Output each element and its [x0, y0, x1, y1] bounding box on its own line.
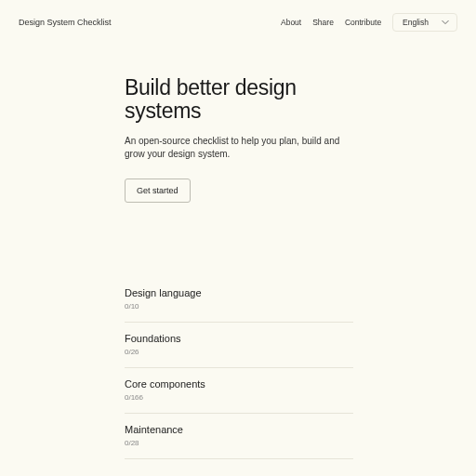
hero-title: Build better design systems	[125, 76, 363, 124]
get-started-button[interactable]: Get started	[125, 178, 191, 203]
section-title: Maintenance	[125, 424, 353, 435]
header: Design System Checklist About Share Cont…	[0, 0, 476, 32]
nav-about[interactable]: About	[281, 18, 301, 27]
hero-subtitle: An open-source checklist to help you pla…	[125, 135, 343, 162]
section-count: 0/10	[125, 302, 353, 311]
section-foundations[interactable]: Foundations 0/26	[125, 323, 353, 368]
section-title: Foundations	[125, 333, 353, 344]
language-select[interactable]: English	[392, 13, 457, 32]
chevron-down-icon	[442, 19, 449, 26]
section-core-components[interactable]: Core components 0/166	[125, 368, 353, 414]
checklist-sections: Design language 0/10 Foundations 0/26 Co…	[0, 203, 353, 459]
nav-contribute[interactable]: Contribute	[345, 18, 381, 27]
hero: Build better design systems An open-sour…	[0, 32, 363, 203]
language-label: English	[403, 18, 429, 27]
section-title: Core components	[125, 378, 353, 390]
section-maintenance[interactable]: Maintenance 0/28	[125, 414, 353, 459]
site-logo[interactable]: Design System Checklist	[19, 18, 112, 27]
section-title: Design language	[125, 287, 353, 298]
nav-share[interactable]: Share	[312, 18, 334, 27]
top-nav: About Share Contribute English	[281, 13, 457, 32]
section-count: 0/28	[125, 439, 353, 447]
section-count: 0/26	[125, 348, 353, 356]
section-count: 0/166	[125, 393, 353, 402]
section-design-language[interactable]: Design language 0/10	[125, 277, 353, 323]
